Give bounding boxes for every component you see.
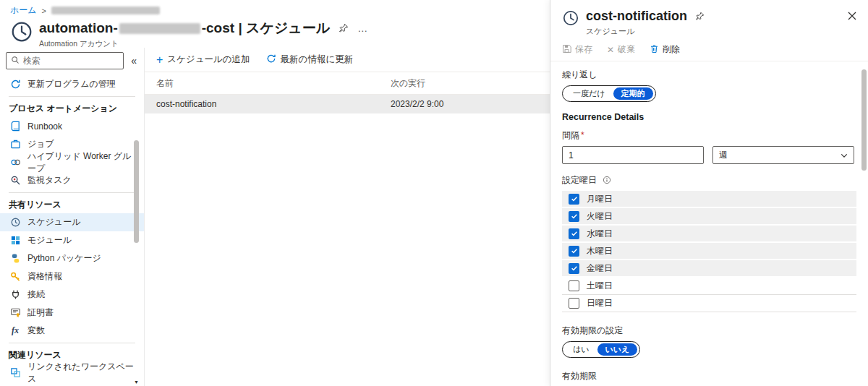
expiry-yes-option[interactable]: はい: [565, 343, 597, 356]
panel-pin-icon[interactable]: [695, 12, 705, 21]
schedules-toolbar: + スケジュールの追加 最新の情報に更新: [145, 48, 550, 72]
interval-row: 週: [562, 146, 856, 164]
weekday-row-saturday[interactable]: 土曜日: [562, 278, 856, 295]
sidebar-item-modules[interactable]: モジュール: [0, 231, 144, 249]
breadcrumb-home-link[interactable]: ホーム: [10, 4, 37, 17]
panel-toolbar: 保存 ✕ 破棄 削除: [550, 37, 868, 61]
checkbox-checked-icon[interactable]: [569, 194, 579, 205]
page-title-prefix: automation-: [39, 20, 118, 36]
weekday-row-monday[interactable]: 月曜日: [562, 191, 856, 208]
sidebar-item-python-packages[interactable]: Python パッケージ: [0, 249, 144, 267]
interval-label-text: 間隔: [562, 130, 579, 140]
sidebar-item-label: ハイブリッド Worker グループ: [27, 150, 138, 175]
python-icon: [9, 253, 22, 264]
pin-icon[interactable]: [339, 23, 349, 33]
sidebar-item-label: 接続: [27, 288, 45, 301]
refresh-icon: [266, 53, 276, 66]
weekday-row-wednesday[interactable]: 水曜日: [562, 226, 856, 243]
interval-label: 間隔*: [562, 129, 856, 142]
modules-icon: [9, 235, 22, 246]
hybrid-worker-groups-icon: [9, 157, 22, 168]
save-label: 保存: [575, 43, 592, 56]
sidebar-item-schedules[interactable]: スケジュール: [0, 213, 144, 231]
sidebar-item-credentials[interactable]: 資格情報: [0, 267, 144, 286]
expiry-toggle: はい いいえ: [562, 341, 640, 358]
sidebar-item-hybrid-worker-groups[interactable]: ハイブリッド Worker グループ: [0, 153, 144, 171]
linked-workspace-icon: [9, 367, 22, 378]
discard-label: 破棄: [618, 43, 635, 56]
sidebar-scrollbar[interactable]: ▼: [133, 48, 140, 386]
table-row[interactable]: cost-notification 2023/2/2 9:00: [145, 95, 550, 113]
checkbox-checked-icon[interactable]: [569, 228, 579, 239]
schedule-detail-panel: cost-notification スケジュール 保存 ✕ 破棄: [550, 0, 868, 386]
recurrence-once-option[interactable]: 一度だけ: [565, 87, 613, 100]
certificate-icon: [9, 307, 22, 318]
search-input[interactable]: [23, 56, 119, 66]
sidebar-item-label: 資格情報: [27, 270, 62, 283]
discard-icon: ✕: [607, 46, 614, 54]
sidebar-item-label: Python パッケージ: [27, 252, 101, 265]
sidebar-item-linked-workspace[interactable]: リンクされたワークスペース: [0, 364, 144, 382]
info-icon[interactable]: [603, 176, 611, 184]
trash-icon: [650, 44, 659, 56]
schedule-name-cell: cost-notification: [156, 99, 391, 109]
weekday-row-tuesday[interactable]: 火曜日: [562, 208, 856, 226]
panel-title: cost-notification: [586, 9, 687, 24]
weekday-label: 金曜日: [587, 262, 613, 275]
plus-icon: +: [156, 54, 163, 66]
sidebar-scroll-down-button[interactable]: ▼: [133, 379, 140, 385]
weekday-row-friday[interactable]: 金曜日: [562, 260, 856, 278]
add-schedule-label: スケジュールの追加: [167, 53, 250, 66]
sidebar-divider: [9, 96, 135, 97]
panel-scrollbar-thumb[interactable]: [861, 69, 867, 171]
interval-unit-select[interactable]: 週: [712, 146, 854, 164]
sidebar-item-certificates[interactable]: 証明書: [0, 304, 144, 322]
panel-header: cost-notification スケジュール: [550, 0, 868, 37]
weekday-label: 日曜日: [587, 297, 613, 309]
sidebar-section-process-automation: プロセス オートメーション: [0, 100, 144, 117]
expiry-no-option[interactable]: いいえ: [597, 343, 638, 356]
sidebar-item-runbook[interactable]: Runbook: [0, 117, 144, 135]
weekday-label: 木曜日: [587, 245, 613, 257]
sidebar-search-row: «: [0, 48, 144, 74]
page-header: automation--cost | スケジュール … Automation ア…: [10, 19, 368, 49]
panel-subtitle: スケジュール: [586, 26, 705, 37]
recurrence-recurring-option[interactable]: 定期的: [613, 87, 653, 100]
sidebar-item-label: 監視タスク: [27, 174, 72, 186]
sidebar-section-shared-resources: 共有リソース: [0, 196, 144, 213]
sidebar-item-variables[interactable]: fx 変数: [0, 322, 144, 340]
schedule-clock-icon: [562, 9, 579, 27]
sidebar-item-connections[interactable]: 接続: [0, 286, 144, 304]
discard-button[interactable]: ✕ 破棄: [607, 43, 635, 56]
azure-portal-screen: ホーム > automation--cost | スケジュール … Automa…: [0, 0, 868, 386]
weekday-row-thursday[interactable]: 木曜日: [562, 243, 856, 260]
search-icon: [11, 54, 20, 67]
checkbox-unchecked-icon[interactable]: [569, 280, 579, 291]
delete-button[interactable]: 削除: [650, 43, 680, 56]
sidebar-item-update-management[interactable]: 更新プログラムの管理: [0, 75, 144, 93]
sidebar-item-label: リンクされたワークスペース: [27, 361, 138, 385]
checkbox-unchecked-icon[interactable]: [569, 298, 579, 309]
column-header-next-run[interactable]: 次の実行: [391, 77, 425, 90]
breadcrumb: ホーム >: [10, 4, 160, 17]
close-icon[interactable]: [848, 10, 856, 23]
add-schedule-button[interactable]: + スケジュールの追加: [156, 53, 250, 66]
next-run-cell: 2023/2/2 9:00: [391, 99, 443, 109]
more-options-icon[interactable]: …: [357, 23, 368, 33]
weekday-label: 土曜日: [587, 280, 613, 292]
save-button[interactable]: 保存: [562, 43, 592, 56]
panel-body: 繰り返し 一度だけ 定期的 Recurrence Details 間隔* 週: [550, 61, 868, 386]
required-asterisk: *: [581, 130, 584, 140]
refresh-label: 最新の情報に更新: [281, 53, 354, 66]
panel-scrollbar[interactable]: [861, 61, 867, 385]
checkbox-checked-icon[interactable]: [569, 211, 579, 222]
sidebar-item-label: ジョブ: [27, 138, 54, 150]
checkbox-checked-icon[interactable]: [569, 263, 579, 274]
interval-input[interactable]: [562, 146, 704, 164]
sidebar-scrollbar-thumb[interactable]: [134, 140, 139, 243]
recurrence-label: 繰り返し: [562, 69, 856, 81]
refresh-button[interactable]: 最新の情報に更新: [266, 53, 354, 66]
weekday-row-sunday[interactable]: 日曜日: [562, 295, 856, 312]
column-header-name[interactable]: 名前: [156, 77, 391, 90]
checkbox-checked-icon[interactable]: [569, 246, 579, 257]
